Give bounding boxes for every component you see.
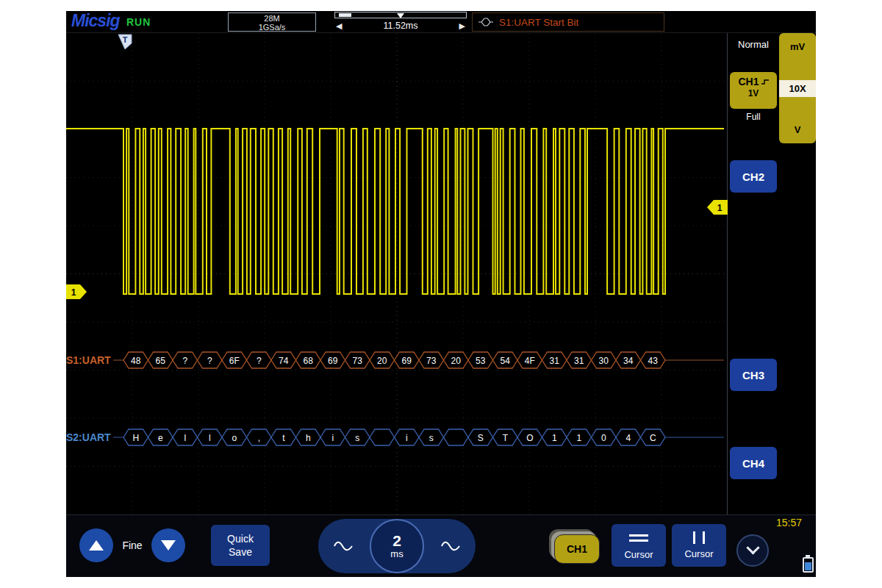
decode-value: 34	[623, 356, 634, 366]
decode-value: 65	[156, 356, 166, 366]
trigger-condition-label: S1:UART Start Bit	[499, 17, 578, 28]
channel-select-button[interactable]: CH1	[554, 534, 600, 564]
pan-left-button[interactable]: ◀	[334, 21, 343, 31]
vertical-cursor-button[interactable]: Cursor	[672, 524, 726, 567]
vertical-unit-selector[interactable]: mV 10X V	[779, 33, 816, 143]
decode-value: 68	[304, 356, 314, 366]
timebase-knob[interactable]: 2 ms	[370, 519, 424, 573]
vertical-cursors-icon	[693, 531, 705, 544]
window-position-slider[interactable]	[339, 13, 351, 17]
ch1-scale-value: 1V	[730, 87, 777, 99]
waveform-plot: S1:UART4865??6F?746869732069732053544F31…	[66, 33, 728, 514]
sine-wave-icon	[333, 540, 354, 552]
sample-rate: 1GSa/s	[229, 23, 315, 32]
trigger-status[interactable]: S1:UART Start Bit	[472, 12, 664, 32]
decode-value: s	[355, 433, 359, 443]
serial-bus-icon	[478, 17, 494, 27]
bottom-toolbar: Fine Quick Save 2 ms CH1 Cursor Cursor 1…	[66, 514, 816, 577]
ch1-label: CH1	[738, 76, 759, 87]
decode-value: l	[209, 433, 211, 443]
decode-value: H	[132, 433, 139, 443]
horizontal-cursor-button[interactable]: Cursor	[612, 524, 666, 567]
decode-value: 48	[131, 356, 141, 366]
decode-value: 73	[426, 356, 437, 366]
trigger-flag-letter: T	[123, 35, 128, 44]
time-offset-value: 11.52ms	[383, 21, 417, 31]
ch3-button[interactable]: CH3	[730, 359, 777, 391]
decode-value: 43	[648, 356, 659, 366]
unit-v-option[interactable]: V	[795, 124, 801, 135]
run-status-label[interactable]: RUN	[126, 16, 151, 28]
ch1-waveform[interactable]	[66, 129, 724, 294]
memory-samplerate-box[interactable]: 28M 1GSa/s	[228, 12, 316, 32]
decode-value: 4F	[525, 356, 535, 366]
trigger-mode-label: Normal	[738, 39, 769, 50]
decode-value: o	[232, 433, 237, 443]
ch1-button[interactable]: CH1 1V	[730, 72, 777, 109]
fine-decrease-button[interactable]	[151, 528, 185, 562]
decode-bubble	[444, 429, 469, 445]
waveform-display-area[interactable]: S1:UART4865??6F?746869732069732053544F31…	[66, 33, 728, 514]
decode-value: 73	[353, 356, 363, 366]
channel1-position-marker[interactable]	[66, 284, 87, 299]
decode-value: 53	[476, 356, 486, 366]
timebase-unit: ms	[390, 549, 403, 559]
memory-depth: 28M	[229, 13, 315, 23]
record-length-track[interactable]	[334, 12, 467, 18]
probe-ratio-option[interactable]: 10X	[779, 80, 816, 97]
ch4-button[interactable]: CH4	[730, 447, 777, 479]
channel1-marker-number: 1	[71, 287, 76, 298]
ch2-button[interactable]: CH2	[730, 160, 777, 193]
decode-value: 1	[552, 433, 557, 443]
clock: 15:57	[776, 517, 802, 528]
fine-adjust-label: Fine	[115, 528, 150, 562]
status-bar: Micsig RUN 28M 1GSa/s ◀ 11.52ms ▶ S1:UAR…	[66, 11, 816, 33]
decode-bubble	[370, 429, 395, 445]
decode-value: 0	[601, 433, 606, 443]
up-triangle-icon	[89, 540, 104, 551]
trigger-position-pointer	[397, 13, 404, 18]
oscilloscope-screen: Micsig RUN 28M 1GSa/s ◀ 11.52ms ▶ S1:UAR…	[66, 11, 816, 577]
decode-value: 69	[402, 356, 412, 366]
timebase-control[interactable]: 2 ms	[318, 519, 476, 573]
decode-row-label: S2:UART	[66, 431, 111, 443]
decode-value: 30	[599, 356, 609, 366]
coupling-icon	[761, 79, 769, 85]
down-triangle-icon	[161, 540, 176, 551]
decode-value: l	[184, 433, 186, 443]
decode-value: s	[429, 433, 434, 443]
cursor-button-label: Cursor	[624, 549, 653, 560]
decode-value: 1	[576, 433, 581, 443]
decode-row-label: S1:UART	[66, 354, 111, 366]
decode-value: ?	[257, 356, 262, 366]
decode-value: i	[331, 433, 334, 443]
time-offset-row: ◀ 11.52ms ▶	[334, 19, 467, 32]
decode-value: 74	[279, 356, 289, 366]
decode-value: ?	[207, 356, 212, 366]
ch1-bandwidth-label: Full	[730, 112, 777, 122]
decode-value: 31	[550, 356, 560, 366]
desktop-background: Micsig RUN 28M 1GSa/s ◀ 11.52ms ▶ S1:UAR…	[0, 0, 882, 588]
cursor-button-label: Cursor	[684, 548, 713, 559]
decode-value: 20	[377, 356, 387, 366]
pan-right-button[interactable]: ▶	[458, 21, 467, 31]
chevron-down-icon	[746, 541, 759, 554]
decode-value: ,	[258, 433, 260, 443]
decode-value: e	[158, 433, 163, 443]
decode-value: h	[306, 433, 311, 443]
collapse-menu-button[interactable]	[736, 534, 769, 567]
decode-value: 69	[328, 356, 338, 366]
decode-value: 6F	[229, 356, 240, 366]
quick-save-button[interactable]: Quick Save	[211, 525, 270, 566]
decode-value: ?	[182, 356, 187, 366]
decode-value: S	[478, 433, 484, 443]
decode-value: O	[526, 433, 533, 443]
trigger-level-number: 1	[717, 203, 723, 213]
decode-value: i	[406, 433, 408, 443]
sine-wave-icon	[440, 540, 461, 552]
right-control-panel: Normal CH1 1V Full mV 10X V CH2 CH3 CH4	[728, 33, 816, 514]
unit-mv-option[interactable]: mV	[790, 41, 805, 52]
decode-value: 54	[501, 356, 511, 366]
decode-value: T	[503, 433, 509, 443]
fine-increase-button[interactable]	[79, 528, 113, 562]
